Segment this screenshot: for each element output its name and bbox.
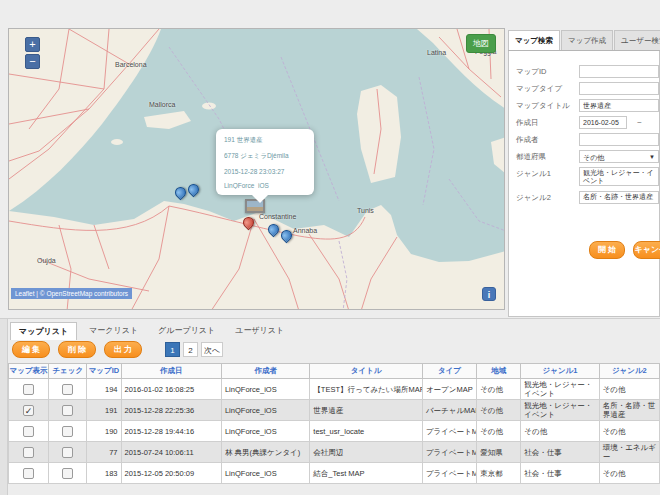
column-header-genre2[interactable]: ジャンル2 bbox=[599, 364, 659, 379]
column-header-id[interactable]: マップID bbox=[87, 364, 121, 379]
column-header-show[interactable]: マップ表示 bbox=[9, 364, 49, 379]
column-header-genre1[interactable]: ジャンル1 bbox=[521, 364, 599, 379]
list-actions: 編 集 削 除 出 力 bbox=[12, 341, 142, 358]
table-row[interactable]: 1902015-12-28 19:44:16LinQForce_iOStest_… bbox=[9, 421, 660, 442]
map-show-checkbox[interactable] bbox=[23, 384, 34, 395]
map-search-panel: マップ検索 マップ作成 ユーザー検索 レ マップID マップタイプ マップタイト… bbox=[508, 30, 660, 318]
check-checkbox[interactable] bbox=[62, 468, 73, 479]
table-row[interactable]: 772015-07-24 10:06:11林 典男(典課ケンタイ)会社周辺プライ… bbox=[9, 442, 660, 463]
next-page-button[interactable]: 次へ bbox=[201, 342, 223, 357]
tab-user-list[interactable]: ユーザリスト bbox=[227, 322, 292, 340]
map-view[interactable]: BarcelonaMallorcaLatinaFoggiaTunisConsta… bbox=[8, 28, 505, 310]
cell-region: その他 bbox=[477, 421, 521, 442]
cell-genre1: その他 bbox=[521, 421, 599, 442]
delete-button[interactable]: 削 除 bbox=[58, 341, 96, 358]
popup-datetime: 2015-12-28 23:03:27 bbox=[224, 168, 306, 175]
map-list-panel: マップリスト マークリスト グループリスト ユーザリスト 編 集 削 除 出 力… bbox=[0, 318, 660, 495]
cell-type: バーチャルMAP bbox=[422, 400, 476, 421]
column-header-type[interactable]: タイプ bbox=[422, 364, 476, 379]
map-type-label: マップタイプ bbox=[516, 84, 562, 94]
cell-title: test_usr_locate bbox=[310, 421, 423, 442]
map-title-label: マップタイトル bbox=[516, 101, 570, 111]
map-show-checkbox[interactable] bbox=[23, 447, 34, 458]
place-label: Latina bbox=[427, 49, 446, 56]
page-2-button[interactable]: 2 bbox=[183, 342, 198, 357]
table-row[interactable]: 1942016-01-02 16:08:25LinQForce_iOS【TEST… bbox=[9, 379, 660, 400]
tab-map-create[interactable]: マップ作成 bbox=[561, 30, 613, 50]
zoom-out-button[interactable]: − bbox=[25, 54, 40, 69]
map-show-checkbox[interactable]: ✓ bbox=[23, 405, 34, 416]
cell-id: 183 bbox=[87, 463, 121, 484]
cell-genre2: 名所・名跡・世界遺産 bbox=[599, 400, 659, 421]
cell-date: 2015-12-28 22:25:36 bbox=[121, 400, 221, 421]
cell-date: 2015-07-24 10:06:11 bbox=[121, 442, 221, 463]
cell-id: 190 bbox=[87, 421, 121, 442]
column-header-title[interactable]: タイトル bbox=[310, 364, 423, 379]
zoom-in-button[interactable]: + bbox=[25, 37, 40, 52]
cell-type: プライベートMAP bbox=[422, 421, 476, 442]
check-checkbox[interactable] bbox=[62, 447, 73, 458]
cell-title: 【TEST】行ってみたい場所MAP bbox=[310, 379, 423, 400]
genre2-select[interactable]: 名所・名跡・世界遺産 bbox=[579, 191, 659, 204]
check-checkbox[interactable] bbox=[62, 405, 73, 416]
cell-type: プライベートMAP bbox=[422, 463, 476, 484]
table-row[interactable]: 1832015-12-05 20:50:09LinQForce_iOS結合_Te… bbox=[9, 463, 660, 484]
cell-id: 194 bbox=[87, 379, 121, 400]
map-layer-button[interactable]: 地図 bbox=[466, 34, 496, 53]
cell-region: 愛知県 bbox=[477, 442, 521, 463]
map-type-input[interactable] bbox=[579, 82, 659, 95]
column-header-date[interactable]: 作成日 bbox=[121, 364, 221, 379]
cell-id: 191 bbox=[87, 400, 121, 421]
map-attribution[interactable]: Leaflet | © OpenStreetMap contributors bbox=[11, 288, 132, 299]
prefecture-label: 都道府県 bbox=[516, 152, 546, 162]
cell-date: 2015-12-05 20:50:09 bbox=[121, 463, 221, 484]
cell-date: 2015-12-28 19:44:16 bbox=[121, 421, 221, 442]
chevron-down-icon: ▼ bbox=[649, 152, 655, 163]
cell-genre1: 観光地・レジャー・イベント bbox=[521, 379, 599, 400]
cell-region: 東京都 bbox=[477, 463, 521, 484]
place-label: Barcelona bbox=[115, 61, 147, 68]
column-header-region[interactable]: 地域 bbox=[477, 364, 521, 379]
cell-title: 会社周辺 bbox=[310, 442, 423, 463]
check-checkbox[interactable] bbox=[62, 384, 73, 395]
table-header: マップ表示チェックマップID作成日作成者タイトルタイプ地域ジャンル1ジャンル2 bbox=[9, 364, 660, 379]
cell-creator: 林 典男(典課ケンタイ) bbox=[221, 442, 309, 463]
place-label: Tunis bbox=[357, 207, 374, 214]
column-header-creator[interactable]: 作成者 bbox=[221, 364, 309, 379]
place-label: Constantine bbox=[259, 213, 296, 220]
tab-user-search[interactable]: ユーザー検索 bbox=[614, 30, 660, 50]
marker-popup[interactable]: 191 世界遺産 6778 ジェミラDjémila 2015-12-28 23:… bbox=[216, 129, 314, 195]
page-1-button[interactable]: 1 bbox=[165, 342, 180, 357]
cell-date: 2016-01-02 16:08:25 bbox=[121, 379, 221, 400]
prefecture-select[interactable]: ▼ その他 bbox=[579, 150, 659, 163]
creator-input[interactable] bbox=[579, 133, 659, 146]
tab-map-search[interactable]: マップ検索 bbox=[508, 30, 560, 50]
popup-creator: LinQForce_iOS bbox=[224, 182, 306, 189]
map-show-checkbox[interactable] bbox=[23, 426, 34, 437]
created-date-input[interactable] bbox=[579, 116, 627, 129]
genre1-select[interactable]: 観光地・レジャー・イベント bbox=[579, 167, 659, 186]
cell-creator: LinQForce_iOS bbox=[221, 400, 309, 421]
map-title-input[interactable] bbox=[579, 99, 659, 112]
map-info-button[interactable]: i bbox=[482, 287, 496, 301]
tab-mark-list[interactable]: マークリスト bbox=[81, 322, 146, 340]
map-id-input[interactable] bbox=[579, 65, 659, 78]
cell-genre2: その他 bbox=[599, 421, 659, 442]
search-form: マップID マップタイプ マップタイトル 作成日 ~ 作成者 都道府県 bbox=[508, 51, 660, 317]
place-label: Mallorca bbox=[149, 101, 175, 108]
tab-group-list[interactable]: グループリスト bbox=[150, 322, 223, 340]
tab-map-list[interactable]: マップリスト bbox=[10, 322, 77, 340]
pagination: 1 2 次へ bbox=[165, 342, 223, 357]
place-label: Oujda bbox=[37, 257, 56, 264]
cancel-button[interactable]: キャンセル bbox=[633, 241, 660, 259]
edit-button[interactable]: 編 集 bbox=[12, 341, 50, 358]
cell-genre2: その他 bbox=[599, 463, 659, 484]
column-header-check[interactable]: チェック bbox=[49, 364, 87, 379]
table-row[interactable]: ✓1912015-12-28 22:25:36LinQForce_iOS世界遺産… bbox=[9, 400, 660, 421]
check-checkbox[interactable] bbox=[62, 426, 73, 437]
output-button[interactable]: 出 力 bbox=[104, 341, 142, 358]
genre2-label: ジャンル2 bbox=[516, 193, 551, 203]
cell-id: 77 bbox=[87, 442, 121, 463]
map-show-checkbox[interactable] bbox=[23, 468, 34, 479]
start-button[interactable]: 開 始 bbox=[589, 241, 625, 259]
